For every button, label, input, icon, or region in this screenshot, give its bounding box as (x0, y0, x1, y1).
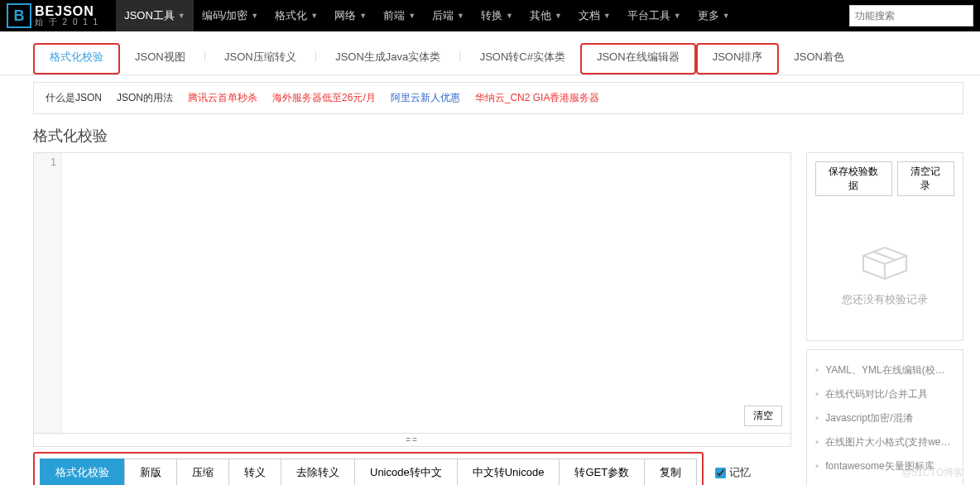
memory-label: 记忆 (729, 465, 751, 480)
tab-item[interactable]: JSON生成Java实体类 (320, 45, 455, 73)
logo[interactable]: B BEJSON 始 于 2 0 1 1 (7, 3, 99, 28)
tab-item[interactable]: JSON排序 (696, 43, 780, 74)
logo-text: BEJSON (35, 5, 99, 18)
caret-down-icon: ▼ (310, 12, 318, 20)
promo-link[interactable]: 华纳云_CN2 GIA香港服务器 (475, 91, 600, 105)
promo-links-row: 什么是JSONJSON的用法腾讯云首单秒杀海外服务器低至26元/月阿里云新人优惠… (33, 82, 963, 114)
caret-down-icon: ▼ (603, 12, 611, 20)
resize-handle[interactable]: == (33, 434, 791, 447)
promo-link[interactable]: 阿里云新人优惠 (391, 91, 460, 105)
related-item[interactable]: 在线代码对比/合并工具 (815, 382, 954, 406)
topnav-item[interactable]: 后端▼ (424, 0, 473, 31)
top-navbar: B BEJSON 始 于 2 0 1 1 JSON工具▼编码/加密▼格式化▼网络… (0, 0, 980, 31)
caret-down-icon: ▼ (555, 12, 562, 20)
clear-history-button[interactable]: 清空记录 (897, 161, 954, 196)
action-button[interactable]: 中文转Unicode (457, 459, 560, 485)
logo-mark: B (7, 3, 31, 28)
tab-item[interactable]: JSON转C#实体类 (465, 45, 580, 73)
tab-item[interactable]: 格式化校验 (33, 43, 120, 74)
empty-history-text: 您还没有校验记录 (842, 292, 928, 307)
tab-separator: | (455, 49, 464, 70)
editor-gutter: 1 (34, 153, 62, 433)
related-item[interactable]: YAML、YML在线编辑(校验)器 (815, 358, 954, 382)
memory-checkbox[interactable] (715, 468, 726, 478)
tabs-row: 格式化校验JSON视图|JSON压缩转义|JSON生成Java实体类|JSON转… (0, 31, 980, 75)
caret-down-icon: ▼ (251, 12, 258, 20)
promo-link[interactable]: 海外服务器低至26元/月 (272, 91, 376, 105)
watermark: @51CTO博客 (901, 466, 963, 480)
related-item[interactable]: 在线图片大小格式(支持webp... (815, 430, 954, 454)
topnav-items: JSON工具▼编码/加密▼格式化▼网络▼前端▼后端▼转换▼其他▼文档▼平台工具▼… (116, 0, 849, 31)
caret-down-icon: ▼ (178, 12, 185, 20)
action-button[interactable]: 去除转义 (281, 459, 354, 485)
related-item[interactable]: Javascript加密/混淆 (815, 406, 954, 430)
action-button[interactable]: 转GET参数 (559, 459, 644, 485)
topnav-item[interactable]: 转换▼ (473, 0, 521, 31)
action-button[interactable]: 格式化校验 (40, 459, 124, 485)
topnav-item[interactable]: JSON工具▼ (116, 0, 194, 31)
topnav-item[interactable]: 前端▼ (375, 0, 424, 31)
related-list: YAML、YML在线编辑(校验)器在线代码对比/合并工具Javascript加密… (815, 358, 954, 478)
action-button[interactable]: 转义 (228, 459, 281, 485)
memory-toggle[interactable]: 记忆 (715, 465, 751, 480)
tab-separator: | (200, 49, 209, 70)
action-button[interactable]: 压缩 (176, 459, 228, 485)
promo-link[interactable]: 腾讯云首单秒杀 (188, 91, 257, 105)
empty-history: 您还没有校验记录 (815, 213, 954, 332)
clear-editor-button[interactable]: 清空 (744, 406, 782, 426)
json-editor[interactable]: 1 清空 (33, 152, 791, 434)
page-title: 格式化校验 (33, 126, 963, 146)
action-button-row: 格式化校验新版压缩转义去除转义Unicode转中文中文转Unicode转GET参… (33, 452, 704, 485)
topnav-item[interactable]: 平台工具▼ (619, 0, 689, 31)
tab-item[interactable]: JSON压缩转义 (209, 45, 311, 73)
promo-link[interactable]: JSON的用法 (117, 91, 173, 105)
action-button[interactable]: 新版 (124, 459, 176, 485)
history-panel: 保存校验数据 清空记录 您还没有校验记录 (806, 152, 963, 341)
tab-separator: | (311, 49, 320, 70)
caret-down-icon: ▼ (457, 12, 464, 20)
search-box (849, 5, 973, 26)
topnav-item[interactable]: 编码/加密▼ (194, 0, 267, 31)
topnav-item[interactable]: 网络▼ (326, 0, 375, 31)
caret-down-icon: ▼ (674, 12, 681, 20)
box-icon (858, 238, 911, 284)
action-button[interactable]: Unicode转中文 (354, 459, 457, 485)
save-validation-button[interactable]: 保存校验数据 (815, 161, 892, 196)
caret-down-icon: ▼ (723, 12, 730, 20)
editor-textarea[interactable] (62, 153, 790, 433)
tab-item[interactable]: JSON在线编辑器 (580, 43, 696, 74)
action-button[interactable]: 复制 (644, 459, 697, 485)
logo-subtitle: 始 于 2 0 1 1 (35, 18, 99, 26)
caret-down-icon: ▼ (359, 12, 367, 20)
search-input[interactable] (849, 5, 973, 26)
topnav-item[interactable]: 更多▼ (689, 0, 738, 31)
topnav-item[interactable]: 格式化▼ (267, 0, 326, 31)
promo-link[interactable]: 什么是JSON (46, 91, 102, 105)
tab-item[interactable]: JSON视图 (120, 45, 200, 73)
caret-down-icon: ▼ (408, 12, 416, 20)
topnav-item[interactable]: 其他▼ (521, 0, 570, 31)
topnav-item[interactable]: 文档▼ (570, 0, 619, 31)
caret-down-icon: ▼ (506, 12, 513, 20)
related-panel: YAML、YML在线编辑(校验)器在线代码对比/合并工具Javascript加密… (806, 349, 963, 485)
tab-item[interactable]: JSON着色 (779, 45, 859, 73)
